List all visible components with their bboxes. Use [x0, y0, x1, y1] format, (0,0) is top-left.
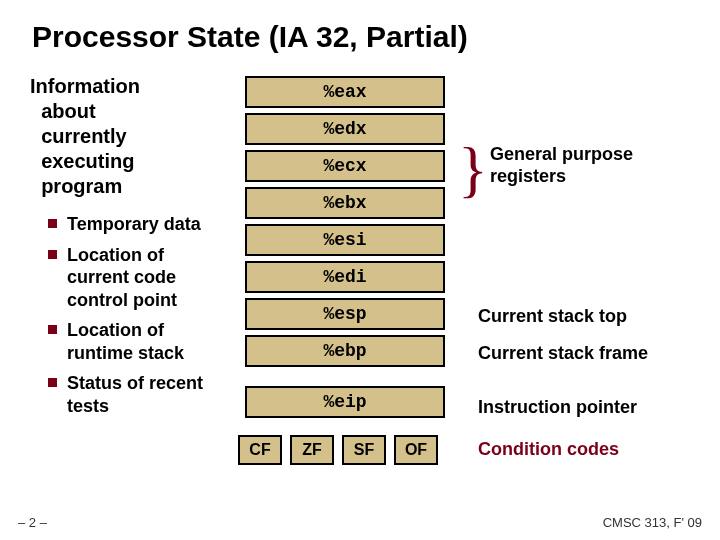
register-ebp: %ebp	[245, 335, 445, 367]
flag-of: OF	[394, 435, 438, 465]
bullet-text: Status of recent tests	[67, 372, 220, 417]
flags-row: CF ZF SF OF	[238, 435, 446, 465]
left-column: Information about currently executing pr…	[30, 74, 230, 465]
bullet-item: Temporary data	[48, 213, 220, 236]
bullet-text: Location of current code control point	[67, 244, 220, 312]
label-general-registers: General purpose registers	[490, 144, 690, 187]
register-eax: %eax	[245, 76, 445, 108]
content-area: Information about currently executing pr…	[0, 54, 720, 465]
bullet-item: Location of runtime stack	[48, 319, 220, 364]
bullet-text: Temporary data	[67, 213, 201, 236]
footer-text: CMSC 313, F' 09	[603, 515, 702, 530]
register-esi: %esi	[245, 224, 445, 256]
labels-column: } General purpose registers Current stac…	[460, 74, 690, 465]
bullet-square-icon	[48, 250, 57, 259]
flag-sf: SF	[342, 435, 386, 465]
page-number: – 2 –	[18, 515, 47, 530]
bullet-square-icon	[48, 378, 57, 387]
bullet-text: Location of runtime stack	[67, 319, 220, 364]
register-eip: %eip	[245, 386, 445, 418]
heading-line: currently	[41, 125, 127, 147]
bullet-item: Location of current code control point	[48, 244, 220, 312]
heading-line: Information	[30, 75, 140, 97]
register-ebx: %ebx	[245, 187, 445, 219]
label-instruction-pointer: Instruction pointer	[478, 397, 637, 418]
register-edx: %edx	[245, 113, 445, 145]
heading-line: program	[41, 175, 122, 197]
info-heading: Information about currently executing pr…	[30, 74, 220, 199]
label-stack-top: Current stack top	[478, 306, 627, 327]
bullet-square-icon	[48, 219, 57, 228]
heading-line: executing	[41, 150, 134, 172]
brace-icon: }	[458, 148, 488, 191]
slide-title: Processor State (IA 32, Partial)	[0, 0, 720, 54]
label-stack-frame: Current stack frame	[478, 343, 648, 364]
register-esp: %esp	[245, 298, 445, 330]
label-condition-codes: Condition codes	[478, 439, 619, 460]
flag-zf: ZF	[290, 435, 334, 465]
bullet-list: Temporary data Location of current code …	[30, 199, 220, 417]
flag-cf: CF	[238, 435, 282, 465]
bullet-item: Status of recent tests	[48, 372, 220, 417]
bullet-square-icon	[48, 325, 57, 334]
register-ecx: %ecx	[245, 150, 445, 182]
register-column: %eax %edx %ecx %ebx %esi %edi %esp %ebp …	[230, 74, 460, 465]
register-edi: %edi	[245, 261, 445, 293]
heading-line: about	[41, 100, 95, 122]
